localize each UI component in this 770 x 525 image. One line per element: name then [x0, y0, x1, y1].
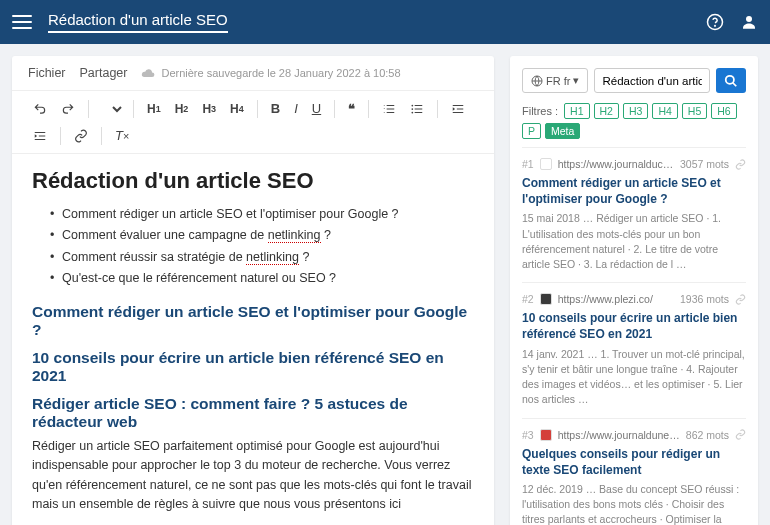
result-wordcount: 3057 mots: [680, 158, 729, 170]
svg-point-1: [715, 25, 716, 26]
user-icon[interactable]: [740, 13, 758, 31]
result-title: Quelques conseils pour rédiger un texte …: [522, 446, 746, 478]
search-result[interactable]: #2https://www.plezi.co/1936 mots10 conse…: [522, 282, 746, 417]
doc-h1: Rédaction d'un article SEO: [32, 168, 474, 194]
result-wordcount: 1936 mots: [680, 293, 729, 305]
globe-icon: [531, 75, 543, 87]
link-button[interactable]: [69, 125, 93, 147]
filter-h4[interactable]: H4: [652, 103, 677, 119]
paragraph: Rédiger un article SEO parfaitement opti…: [32, 437, 474, 515]
bold-button[interactable]: B: [266, 97, 285, 120]
svg-point-2: [746, 16, 752, 22]
h2-button[interactable]: H2: [170, 98, 194, 120]
language-select[interactable]: FR fr ▾: [522, 68, 588, 93]
underline-button[interactable]: U: [307, 97, 326, 120]
search-icon: [724, 74, 738, 88]
outdent-button[interactable]: [446, 98, 470, 120]
doc-h2: 10 conseils pour écrire un article bien …: [32, 349, 474, 385]
bullet-item: Qu'est-ce que le référencement naturel o…: [50, 268, 474, 289]
filter-h6[interactable]: H6: [711, 103, 736, 119]
h3-button[interactable]: H3: [197, 98, 221, 120]
indent-button[interactable]: [28, 125, 52, 147]
doc-h2: Rédiger article SEO : comment faire ? 5 …: [32, 395, 474, 431]
menu-icon[interactable]: [12, 15, 32, 29]
result-rank: #1: [522, 158, 534, 170]
search-result[interactable]: #3https://www.journaldunet.com/862 motsQ…: [522, 418, 746, 526]
svg-point-4: [412, 108, 414, 110]
filter-h1[interactable]: H1: [564, 103, 589, 119]
favicon: [540, 293, 552, 305]
page-title: Rédaction d'un article SEO: [48, 11, 228, 33]
result-url: https://www.journaldunet.com/: [558, 429, 680, 441]
chevron-down-icon: ▾: [573, 74, 579, 87]
doc-h2: Comment rédiger un article SEO et l'opti…: [32, 303, 474, 339]
favicon: [540, 429, 552, 441]
share-menu[interactable]: Partager: [80, 66, 128, 80]
file-menu[interactable]: Fichier: [28, 66, 66, 80]
quote-button[interactable]: ❝: [343, 97, 360, 120]
undo-button[interactable]: [28, 98, 52, 120]
search-result[interactable]: #1https://www.journalducm.com/3057 motsC…: [522, 147, 746, 282]
toolbar: Normal H1 H2 H3 H4 B I U ❝ T×: [12, 90, 494, 154]
svg-point-7: [726, 75, 734, 83]
result-snippet: 14 janv. 2021 … 1. Trouver un mot-clé pr…: [522, 347, 746, 408]
result-snippet: 12 déc. 2019 … Base du concept SEO réuss…: [522, 482, 746, 525]
filter-h5[interactable]: H5: [682, 103, 707, 119]
result-wordcount: 862 mots: [686, 429, 729, 441]
editor-panel: Fichier Partager Dernière sauvegarde le …: [12, 56, 494, 525]
bullet-item: Comment évaluer une campagne de netlinki…: [50, 225, 474, 246]
result-title: Comment rédiger un article SEO et l'opti…: [522, 175, 746, 207]
side-panel: FR fr ▾ Filtres : H1 H2 H3 H4 H5 H6 P Me…: [510, 56, 758, 525]
filter-h2[interactable]: H2: [594, 103, 619, 119]
result-snippet: 15 mai 2018 … Rédiger un article SEO · 1…: [522, 211, 746, 272]
h4-button[interactable]: H4: [225, 98, 249, 120]
filter-meta[interactable]: Meta: [545, 123, 580, 139]
favicon: [540, 158, 552, 170]
filter-h3[interactable]: H3: [623, 103, 648, 119]
redo-button[interactable]: [56, 98, 80, 120]
link-icon[interactable]: [735, 294, 746, 305]
filters: Filtres : H1 H2 H3 H4 H5 H6 P Meta: [522, 103, 746, 139]
save-status: Dernière sauvegarde le 28 January 2022 à…: [141, 67, 400, 79]
bullet-item: Comment rédiger un article SEO et l'opti…: [50, 204, 474, 225]
help-icon[interactable]: [706, 13, 724, 31]
link-icon[interactable]: [735, 159, 746, 170]
link-icon[interactable]: [735, 429, 746, 440]
ol-button[interactable]: [377, 98, 401, 120]
search-input[interactable]: [594, 68, 710, 93]
svg-point-5: [412, 111, 414, 113]
result-url: https://www.plezi.co/: [558, 293, 674, 305]
ul-button[interactable]: [405, 98, 429, 120]
result-rank: #2: [522, 293, 534, 305]
document-content[interactable]: Rédaction d'un article SEO Comment rédig…: [12, 154, 494, 525]
search-button[interactable]: [716, 68, 746, 93]
style-select[interactable]: Normal: [97, 99, 125, 119]
result-url: https://www.journalducm.com/: [558, 158, 674, 170]
h1-button[interactable]: H1: [142, 98, 166, 120]
italic-button[interactable]: I: [289, 97, 303, 120]
bullet-item: Comment réussir sa stratégie de netlinki…: [50, 247, 474, 268]
cloud-icon: [141, 68, 155, 78]
result-title: 10 conseils pour écrire un article bien …: [522, 310, 746, 342]
result-rank: #3: [522, 429, 534, 441]
clear-format-button[interactable]: T×: [110, 124, 134, 147]
filter-p[interactable]: P: [522, 123, 541, 139]
svg-point-3: [412, 104, 414, 106]
